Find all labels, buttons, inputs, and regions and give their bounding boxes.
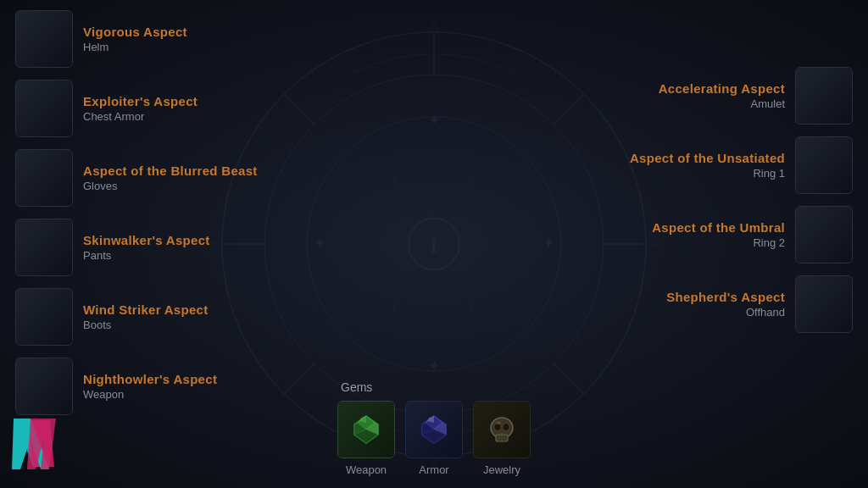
list-item[interactable]: Exploiter's Aspect Chest Armor (12, 76, 261, 141)
gems-row: Weapon Armor (337, 401, 531, 476)
gloves-icon (25, 159, 63, 197)
aspect-info-exploiters: Exploiter's Aspect Chest Armor (83, 94, 198, 123)
weapon-gem-label: Weapon (346, 463, 387, 476)
aspect-icon-accelerating (795, 67, 853, 125)
jewelry-gem-label: Jewelry (483, 463, 520, 476)
helm-icon (25, 20, 63, 58)
list-item[interactable]: Aspect of the Umbral Ring 2 (626, 202, 856, 267)
aspect-name: Exploiter's Aspect (83, 94, 198, 108)
chest-icon (25, 90, 63, 127)
aspect-slot: Ring 1 (630, 167, 785, 180)
aspect-icon-vigorous (15, 10, 73, 68)
svg-text:ᚦ: ᚦ (392, 301, 398, 314)
aspect-slot: Helm (83, 41, 187, 53)
aspect-slot: Gloves (83, 180, 258, 192)
list-item[interactable]: Skinwalker's Aspect Pants (12, 215, 261, 280)
list-item[interactable]: Shepherd's Aspect Offhand (626, 272, 856, 336)
svg-text:ᚢ: ᚢ (468, 174, 475, 187)
aspect-info-wind-striker: Wind Striker Aspect Boots (83, 302, 209, 331)
aspect-name: Nighthowler's Aspect (83, 372, 217, 386)
svg-point-25 (33, 375, 55, 397)
svg-point-32 (817, 228, 831, 241)
aspect-info-shepherds: Shepherd's Aspect Offhand (666, 290, 785, 319)
svg-point-30 (817, 158, 831, 172)
list-item[interactable]: Nighthowler's Aspect Weapon (12, 354, 261, 419)
logo-icon (12, 412, 88, 480)
app-logo (12, 412, 88, 480)
aspect-name: Skinwalker's Aspect (83, 233, 210, 247)
aspect-icon-blurred-beast (15, 149, 73, 207)
list-item[interactable]: Jewelry (473, 401, 531, 476)
aspect-icon-skinwalker (15, 219, 73, 276)
aspect-info-skinwalker: Skinwalker's Aspect Pants (83, 233, 210, 262)
svg-point-3 (409, 219, 459, 269)
armor-gem-icon (405, 401, 463, 458)
boots-icon (25, 298, 63, 336)
aspect-name: Vigorous Aspect (83, 25, 187, 39)
gems-label: Gems (341, 380, 372, 394)
aspect-info-blurred-beast: Aspect of the Blurred Beast Gloves (83, 164, 258, 192)
svg-point-28 (821, 83, 826, 88)
aspect-slot: Ring 2 (652, 236, 785, 249)
aspect-name: Wind Striker Aspect (83, 302, 209, 317)
offhand-icon (805, 286, 843, 323)
aspect-icon-exploiters (15, 80, 73, 137)
svg-point-34 (821, 301, 827, 308)
aspect-icon-umbral (795, 206, 853, 263)
svg-text:i: i (431, 231, 437, 258)
right-aspects-column: Accelerating Aspect Amulet Aspect of the… (626, 64, 856, 336)
svg-point-2 (307, 117, 561, 371)
svg-text:✦: ✦ (542, 235, 555, 252)
jewelry-gem-icon (473, 401, 531, 458)
svg-point-27 (813, 85, 835, 107)
amulet-icon (805, 77, 843, 114)
svg-point-50 (503, 424, 509, 431)
aspect-name: Aspect of the Unsatiated (630, 151, 785, 165)
svg-rect-23 (34, 100, 54, 119)
svg-line-9 (284, 94, 314, 124)
aspect-slot: Pants (83, 249, 210, 262)
svg-text:ᚨ: ᚨ (468, 301, 475, 314)
aspect-name: Accelerating Aspect (659, 81, 785, 96)
svg-point-26 (41, 383, 47, 390)
list-item[interactable]: Weapon (337, 401, 395, 476)
aspect-icon-nighthowler (15, 358, 73, 415)
aspect-info-accelerating: Accelerating Aspect Amulet (659, 81, 785, 110)
svg-text:✦: ✦ (428, 112, 441, 129)
svg-point-1 (264, 75, 604, 413)
list-item[interactable]: Aspect of the Blurred Beast Gloves (12, 146, 261, 210)
aspect-info-umbral: Aspect of the Umbral Ring 2 (652, 220, 785, 249)
svg-text:✦: ✦ (314, 235, 326, 252)
ring2-icon (805, 216, 843, 253)
aspect-info-vigorous: Vigorous Aspect Helm (83, 25, 187, 53)
aspect-icon-shepherds (795, 275, 853, 333)
aspect-slot: Chest Armor (83, 110, 198, 123)
ring1-icon (805, 147, 843, 184)
list-item[interactable]: Armor (405, 401, 463, 476)
aspect-slot: Offhand (666, 306, 785, 319)
svg-line-10 (554, 364, 584, 394)
svg-point-33 (813, 293, 835, 315)
svg-line-11 (554, 94, 584, 124)
svg-point-51 (496, 421, 501, 424)
aspect-icon-unsatiated (795, 136, 853, 194)
aspect-name: Aspect of the Blurred Beast (83, 164, 258, 178)
svg-point-22 (37, 27, 51, 39)
blue-gem-icon (417, 413, 451, 446)
list-item[interactable]: Aspect of the Unsatiated Ring 1 (626, 133, 856, 197)
left-aspects-column: Vigorous Aspect Helm Exploiter's Aspect … (12, 7, 261, 419)
list-item[interactable]: Wind Striker Aspect Boots (12, 285, 261, 349)
aspect-icon-wind-striker (15, 288, 73, 346)
svg-text:✦: ✦ (428, 358, 441, 374)
list-item[interactable]: Vigorous Aspect Helm (12, 7, 261, 71)
list-item[interactable]: Accelerating Aspect Amulet (626, 64, 856, 128)
green-gem-icon (349, 413, 383, 446)
weapon-gem-icon (337, 401, 395, 458)
aspect-info-unsatiated: Aspect of the Unsatiated Ring 1 (630, 151, 785, 180)
svg-point-21 (32, 24, 56, 44)
aspect-name: Shepherd's Aspect (666, 290, 785, 304)
aspect-slot: Boots (83, 319, 209, 331)
aspect-name: Aspect of the Umbral (652, 220, 785, 235)
armor-gem-label: Armor (419, 463, 448, 476)
svg-text:ᚠ: ᚠ (392, 174, 398, 187)
